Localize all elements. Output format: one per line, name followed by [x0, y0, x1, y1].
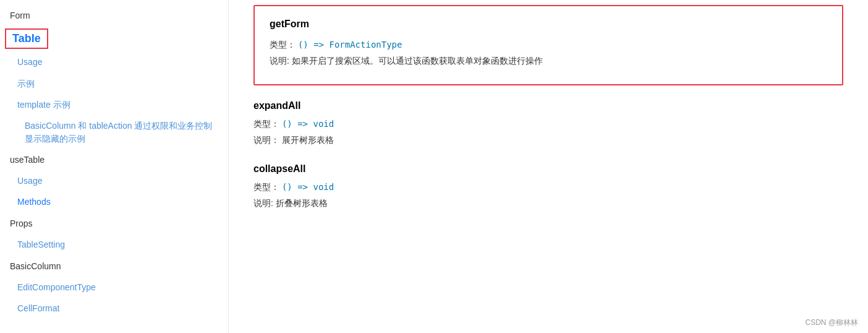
getform-desc: 说明: 如果开启了搜索区域。可以通过该函数获取表单对象函数进行操作 [270, 56, 827, 67]
sidebar-item-basiccolumn-label: BasicColumn [10, 261, 61, 271]
sidebar-item-editcomponenttype[interactable]: EditComponentType [0, 277, 228, 298]
sidebar-item-cellformat[interactable]: CellFormat [0, 298, 228, 319]
expandall-section: expandAll 类型： () => void 说明： 展开树形表格 [253, 100, 843, 146]
collapseall-desc: 说明: 折叠树形表格 [253, 198, 843, 209]
expandall-name: expandAll [253, 100, 843, 111]
sidebar-item-form[interactable]: Form [0, 5, 228, 26]
sidebar-item-table-label: Table [12, 32, 41, 45]
expandall-desc: 说明： 展开树形表格 [253, 135, 843, 146]
collapseall-name: collapseAll [253, 163, 843, 175]
expandall-desc-label: 说明： [253, 135, 279, 145]
getform-name: getForm [270, 19, 827, 30]
main-content: getForm 类型： () => FormActionType 说明: 如果开… [229, 0, 868, 333]
sidebar-item-props[interactable]: Props [0, 213, 228, 234]
getform-type-label: 类型： [270, 40, 296, 50]
sidebar-item-usetable-label: useTable [10, 155, 45, 165]
sidebar-item-template-example-label: template 示例 [17, 100, 70, 110]
sidebar-item-tablesetting[interactable]: TableSetting [0, 234, 228, 255]
sidebar-item-cellformat-label: CellFormat [17, 303, 59, 313]
watermark: CSDN @柳林林 [805, 318, 858, 328]
collapseall-type-row: 类型： () => void [253, 182, 843, 193]
sidebar-item-usetable[interactable]: useTable [0, 149, 228, 170]
sidebar-item-props-label: Props [10, 218, 33, 228]
sidebar-item-table[interactable]: Table [5, 28, 48, 49]
sidebar-item-usage2[interactable]: Usage [0, 170, 228, 191]
sidebar-item-example-label: 示例 [17, 79, 35, 89]
sidebar: Form Table Usage 示例 template 示例 BasicCol… [0, 0, 229, 333]
getform-type-row: 类型： () => FormActionType [270, 40, 827, 51]
sidebar-item-example[interactable]: 示例 [0, 73, 228, 94]
sidebar-item-basiccolumn-tableaction-label: BasicColumn 和 tableAction 通过权限和业务控制显示隐藏的… [25, 121, 212, 144]
collapseall-type-value: () => void [282, 182, 334, 192]
expandall-type-value: () => void [282, 119, 334, 129]
sidebar-item-methods-label: Methods [17, 197, 51, 207]
getform-type-value: () => FormActionType [298, 40, 402, 50]
sidebar-item-table-wrapper: Table [0, 26, 228, 51]
sidebar-item-usage-label: Usage [17, 57, 42, 67]
sidebar-item-editcomponenttype-label: EditComponentType [17, 282, 96, 292]
collapseall-type-label: 类型： [253, 182, 279, 192]
getform-desc-value: 如果开启了搜索区域。可以通过该函数获取表单对象函数进行操作 [292, 56, 543, 66]
sidebar-item-usage[interactable]: Usage [0, 51, 228, 72]
expandall-type-label: 类型： [253, 119, 279, 129]
watermark-text: CSDN @柳林林 [805, 318, 858, 327]
collapseall-desc-label: 说明: [253, 198, 273, 208]
collapseall-section: collapseAll 类型： () => void 说明: 折叠树形表格 [253, 163, 843, 209]
sidebar-item-basiccolumn-tableaction[interactable]: BasicColumn 和 tableAction 通过权限和业务控制显示隐藏的… [0, 116, 228, 149]
getform-desc-label: 说明: [270, 56, 289, 66]
sidebar-item-methods[interactable]: Methods [0, 191, 228, 212]
collapseall-desc-value: 折叠树形表格 [276, 198, 328, 208]
sidebar-item-usage2-label: Usage [17, 176, 42, 186]
getform-section: getForm 类型： () => FormActionType 说明: 如果开… [253, 5, 843, 85]
sidebar-item-template-example[interactable]: template 示例 [0, 94, 228, 115]
sidebar-item-tablesetting-label: TableSetting [17, 240, 65, 249]
sidebar-item-basiccolumn[interactable]: BasicColumn [0, 256, 228, 277]
expandall-type-row: 类型： () => void [253, 119, 843, 130]
sidebar-item-form-label: Form [10, 11, 30, 20]
expandall-desc-value: 展开树形表格 [282, 135, 334, 145]
